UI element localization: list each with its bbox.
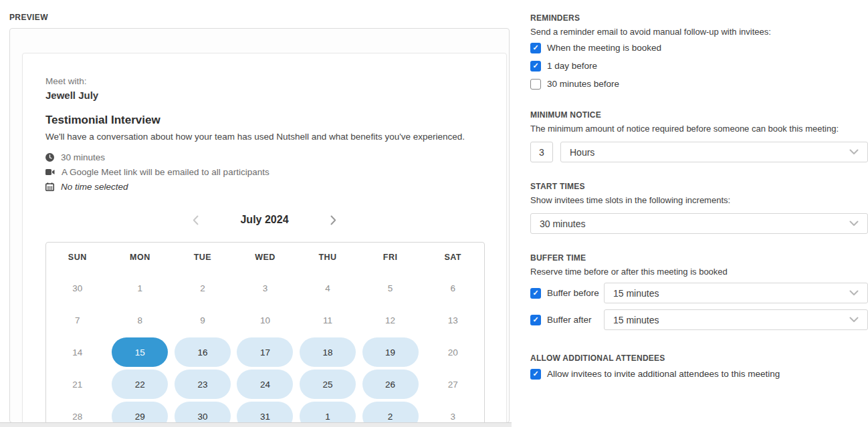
calendar-weekday: TUE bbox=[171, 243, 234, 272]
additional-attendees-label: Allow invitees to invite additional atte… bbox=[547, 369, 780, 379]
checkbox-icon[interactable]: ✓ bbox=[530, 61, 541, 72]
calendar-day-12: 12 bbox=[362, 305, 419, 335]
calendar-day-23[interactable]: 23 bbox=[175, 370, 231, 399]
buffer-before-label: Buffer before bbox=[547, 288, 599, 298]
calendar-cell: 20 bbox=[421, 336, 484, 368]
calendar-day-6: 6 bbox=[425, 273, 481, 303]
calendar-cell: 4 bbox=[296, 272, 359, 304]
additional-attendees-section: ALLOW ADDITIONAL ATTENDEES ✓ Allow invit… bbox=[530, 349, 868, 381]
checkbox-icon[interactable]: ✓ bbox=[530, 43, 541, 53]
calendar-cell: 29 bbox=[109, 400, 172, 423]
calendar-day-17[interactable]: 17 bbox=[237, 337, 293, 367]
calendar-day-22[interactable]: 22 bbox=[112, 370, 168, 399]
calendar-day-11: 11 bbox=[300, 305, 356, 335]
calendar-day-28: 28 bbox=[49, 402, 106, 423]
reminders-title: REMINDERS bbox=[530, 9, 868, 23]
reminder-option-label: When the meeting is booked bbox=[547, 43, 661, 53]
video-camera-icon bbox=[45, 168, 55, 176]
buffer-before-row: ✓ Buffer before 15 minutes bbox=[530, 283, 868, 303]
calendar-cell: 16 bbox=[171, 336, 234, 368]
calendar-day-13: 13 bbox=[425, 305, 481, 335]
calendar-day-18[interactable]: 18 bbox=[300, 337, 356, 367]
calendar-cell: 10 bbox=[234, 304, 297, 336]
prev-month-button[interactable] bbox=[190, 214, 201, 227]
additional-attendees-option[interactable]: ✓ Allow invitees to invite additional at… bbox=[530, 367, 868, 381]
calendar-cell: 2 bbox=[359, 400, 422, 423]
calendar-day-3: 3 bbox=[425, 402, 481, 423]
calendar-grid: SUNMONTUEWEDTHUFRISAT3012345678910111213… bbox=[45, 242, 485, 423]
buffer-time-description: Reserve time before or after this meetin… bbox=[530, 267, 868, 277]
reminder-option-1-day[interactable]: ✓ 1 day before bbox=[530, 59, 868, 73]
calendar-day-19[interactable]: 19 bbox=[362, 337, 419, 367]
buffer-time-section: BUFFER TIME Reserve time before or after… bbox=[530, 249, 868, 330]
booking-preview-card: Meet with: Jewell July Testimonial Inter… bbox=[22, 53, 507, 423]
calendar-day-3: 3 bbox=[237, 273, 293, 303]
calendar-icon bbox=[45, 182, 54, 191]
buffer-before-select[interactable]: 15 minutes bbox=[604, 283, 868, 303]
checkbox-icon[interactable] bbox=[530, 79, 541, 90]
notice-unit-select[interactable]: Hours bbox=[560, 142, 868, 162]
calendar-weekday: MON bbox=[109, 243, 172, 272]
meet-with-label: Meet with: bbox=[45, 76, 483, 86]
calendar-day-15[interactable]: 15 bbox=[112, 337, 168, 367]
calendar-day-1[interactable]: 1 bbox=[300, 402, 356, 423]
calendar-day-2[interactable]: 2 bbox=[362, 402, 419, 423]
calendar-cell: 13 bbox=[421, 304, 484, 336]
checkbox-icon[interactable]: ✓ bbox=[530, 369, 541, 380]
meeting-description: We'll have a conversation about how your… bbox=[45, 132, 483, 142]
meeting-details: 30 minutes A Google Meet link will be em… bbox=[45, 152, 483, 192]
preview-section-label: PREVIEW bbox=[9, 13, 48, 22]
start-times-title: START TIMES bbox=[530, 177, 868, 191]
location-text: A Google Meet link will be emailed to al… bbox=[62, 167, 269, 177]
calendar-day-24[interactable]: 24 bbox=[237, 370, 293, 399]
calendar-cell: 19 bbox=[359, 336, 422, 368]
reminder-option-booked[interactable]: ✓ When the meeting is booked bbox=[530, 41, 868, 55]
buffer-before-toggle[interactable]: ✓ Buffer before bbox=[530, 288, 604, 299]
chevron-right-icon bbox=[330, 215, 336, 225]
location-row: A Google Meet link will be emailed to al… bbox=[45, 167, 483, 177]
reminders-description: Send a reminder email to avoid manual fo… bbox=[530, 27, 868, 37]
calendar-cell: 28 bbox=[46, 400, 109, 423]
reminder-option-30-min[interactable]: 30 minutes before bbox=[530, 77, 868, 91]
calendar-day-5: 5 bbox=[362, 273, 419, 303]
checkbox-icon[interactable]: ✓ bbox=[530, 288, 541, 299]
host-name: Jewell July bbox=[45, 90, 483, 101]
calendar-cell: 30 bbox=[171, 400, 234, 423]
notice-amount-input[interactable] bbox=[530, 142, 553, 162]
calendar-cell: 23 bbox=[171, 368, 234, 400]
reminder-option-label: 1 day before bbox=[547, 61, 597, 71]
minimum-notice-title: MINIMUM NOTICE bbox=[530, 106, 868, 120]
calendar-day-16[interactable]: 16 bbox=[175, 337, 231, 367]
chevron-down-icon bbox=[849, 317, 859, 323]
calendar-day-30[interactable]: 30 bbox=[175, 402, 231, 423]
time-status-row: No time selected bbox=[45, 182, 483, 192]
calendar-day-26[interactable]: 26 bbox=[362, 370, 419, 399]
calendar-day-1: 1 bbox=[112, 273, 168, 303]
next-month-button[interactable] bbox=[328, 214, 339, 227]
calendar-cell: 1 bbox=[296, 400, 359, 423]
calendar-day-31[interactable]: 31 bbox=[237, 402, 293, 423]
calendar-cell: 26 bbox=[359, 368, 422, 400]
buffer-after-select[interactable]: 15 minutes bbox=[604, 309, 868, 330]
checkbox-icon[interactable]: ✓ bbox=[530, 315, 541, 325]
start-times-increment-select[interactable]: 30 minutes bbox=[530, 213, 868, 234]
calendar-weekday: THU bbox=[296, 243, 359, 272]
settings-panel: REMINDERS Send a reminder email to avoid… bbox=[530, 9, 868, 381]
start-times-section: START TIMES Show invitees time slots in … bbox=[530, 177, 868, 234]
time-status-text: No time selected bbox=[61, 182, 128, 192]
calendar-cell: 2 bbox=[171, 272, 234, 304]
duration-row: 30 minutes bbox=[45, 152, 483, 162]
buffer-after-toggle[interactable]: ✓ Buffer after bbox=[530, 315, 604, 325]
horizontal-scrollbar[interactable] bbox=[0, 422, 512, 427]
chevron-down-icon bbox=[849, 290, 859, 296]
calendar-cell: 8 bbox=[109, 304, 172, 336]
calendar-cell: 5 bbox=[359, 272, 422, 304]
calendar-cell: 6 bbox=[421, 272, 484, 304]
calendar-day-30: 30 bbox=[49, 273, 106, 303]
calendar-cell: 31 bbox=[234, 400, 297, 423]
buffer-after-row: ✓ Buffer after 15 minutes bbox=[530, 309, 868, 330]
buffer-time-title: BUFFER TIME bbox=[530, 249, 868, 263]
calendar-cell: 12 bbox=[359, 304, 422, 336]
calendar-day-29[interactable]: 29 bbox=[112, 402, 168, 423]
calendar-day-25[interactable]: 25 bbox=[300, 370, 356, 399]
